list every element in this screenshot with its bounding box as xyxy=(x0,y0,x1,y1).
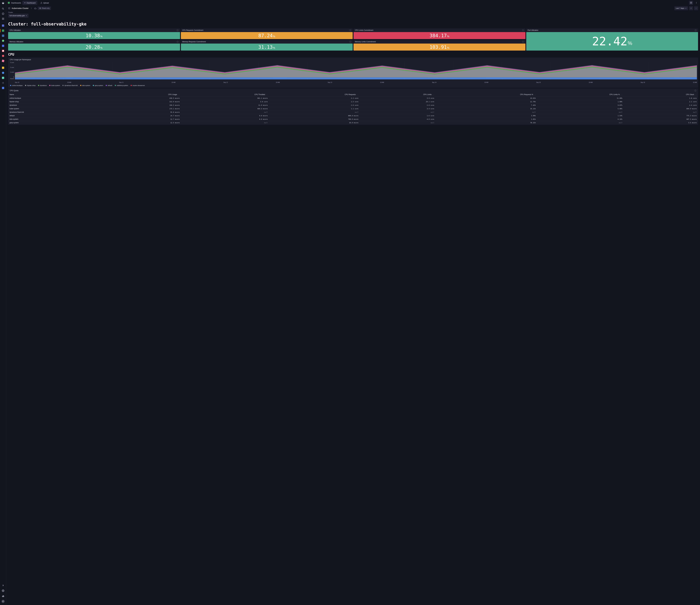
svg-rect-8 xyxy=(4,19,4,19)
new-dashboard-button[interactable]: Dashboard xyxy=(22,1,37,5)
stat-panel[interactable]: CPU Requests Commitment i 87.24% xyxy=(181,28,353,39)
legend-item[interactable]: online-boutique xyxy=(10,84,23,86)
nav-user[interactable]: F xyxy=(0,599,6,604)
info-icon[interactable]: i xyxy=(349,41,351,43)
table-header[interactable]: CPU Usage↓⌵ xyxy=(103,93,181,96)
info-icon[interactable]: i xyxy=(695,29,697,31)
column-filter-icon[interactable]: ⌵ xyxy=(535,94,536,95)
nav-item-6[interactable] xyxy=(0,48,6,53)
table-cell: 894.9 mcore xyxy=(624,107,698,111)
legend-item[interactable]: dynatrace-fluent-bit xyxy=(62,84,78,86)
table-cell: 1.81% xyxy=(435,118,537,121)
nav-expand[interactable] xyxy=(0,583,6,588)
upload-button[interactable]: Upload xyxy=(39,1,51,5)
legend-item[interactable]: default xyxy=(106,84,112,86)
legend-item[interactable]: istio-system xyxy=(80,84,90,86)
nav-stats[interactable] xyxy=(0,594,6,599)
table-header[interactable]: Name↓⌵ xyxy=(8,93,103,96)
table-cell: null xyxy=(624,111,698,114)
column-filter-icon[interactable]: ⌵ xyxy=(179,94,180,95)
nav-item-9[interactable] xyxy=(0,65,6,70)
stat-panel[interactable]: CPU Utilization i 10.38% xyxy=(8,28,180,39)
page-menu[interactable] xyxy=(30,6,33,10)
stat-panel[interactable]: Memory Limits Commitment i 103.91% xyxy=(353,40,525,51)
help-button[interactable] xyxy=(689,1,693,5)
sort-icon[interactable]: ↓ xyxy=(695,94,695,95)
table-header[interactable]: CPU Throttled↓⌵ xyxy=(181,93,269,96)
column-filter-icon[interactable]: ⌵ xyxy=(16,94,17,95)
legend-item[interactable]: gmp-system xyxy=(93,84,103,86)
stat-panel[interactable]: Memory Requests Commitment i 31.13% xyxy=(181,40,353,51)
table-row[interactable]: dynatrace-fluent-bit55.8 mcorenullnullnu… xyxy=(8,111,698,114)
table-cell: 664.3 mcore xyxy=(181,107,269,111)
table-row[interactable]: online-boutique430.5 mcore661.1 mcore2.2… xyxy=(8,96,698,100)
back-icon[interactable] xyxy=(8,7,10,9)
timerange-picker[interactable]: Last 7 days xyxy=(674,6,688,10)
nav-item-kubernetes[interactable] xyxy=(0,28,6,33)
legend-item[interactable]: trauter-slowserver xyxy=(131,84,145,86)
refresh-button[interactable] xyxy=(689,6,693,10)
table-cell: 1.8 core xyxy=(624,96,698,100)
column-filter-icon[interactable]: ⌵ xyxy=(622,94,622,95)
nav-apps[interactable] xyxy=(0,16,6,21)
table-row[interactable]: default24.7 mcore0.0 mcore800.0 mcore1.6… xyxy=(8,114,698,118)
table-row[interactable]: gmp-system12.5 mcorenull16.0 mcorenull78… xyxy=(8,121,698,124)
info-icon[interactable]: i xyxy=(694,90,696,92)
sort-icon[interactable]: ↓ xyxy=(534,94,534,95)
table-header[interactable]: CPU Slack↓⌵ xyxy=(624,93,698,96)
nav-compass[interactable] xyxy=(0,11,6,16)
sort-icon[interactable]: ↓ xyxy=(356,94,357,95)
nav-item-4[interactable] xyxy=(0,38,6,43)
stat-panel-pod[interactable]: Pod Utilization i 22.42% xyxy=(526,28,698,51)
table-row[interactable]: kube-system173.1 mcore664.3 mcore1.1 cor… xyxy=(8,107,698,111)
info-icon[interactable]: i xyxy=(522,29,524,31)
nav-item-5[interactable] xyxy=(0,43,6,48)
nav-item-11[interactable] xyxy=(0,75,6,80)
info-icon[interactable]: i xyxy=(177,41,179,43)
nav-item-8[interactable] xyxy=(0,58,6,64)
stat-panel[interactable]: CPU Limits Commitment i 384.17% xyxy=(353,28,525,39)
info-icon[interactable]: i xyxy=(349,29,351,31)
stat-panel[interactable]: Memory Utilization i 20.28% xyxy=(8,40,180,51)
legend-item[interactable]: hipster-shop xyxy=(25,84,35,86)
sort-icon[interactable]: ↓ xyxy=(177,94,178,95)
more-button[interactable] xyxy=(694,1,698,5)
column-filter-icon[interactable]: ⌵ xyxy=(433,94,434,95)
sort-icon[interactable]: ↓ xyxy=(432,94,433,95)
cloud-icon[interactable] xyxy=(34,7,36,9)
cluster-filter[interactable]: full-observability-gke xyxy=(8,14,28,18)
nav-item-12[interactable] xyxy=(0,80,6,86)
table-row[interactable]: istio-system12.7 mcore0.0 mcore700.0 mco… xyxy=(8,118,698,121)
nav-item-7[interactable]: ! xyxy=(0,53,6,58)
legend-item[interactable]: kube-system xyxy=(49,84,60,86)
legend-item[interactable]: rabbitmq-system xyxy=(115,84,128,86)
column-filter-icon[interactable]: ⌵ xyxy=(696,94,697,95)
table-header[interactable]: CPU Limits↓⌵ xyxy=(360,93,436,96)
legend-item[interactable]: dynatrace xyxy=(38,84,47,86)
nav-item-13[interactable] xyxy=(0,86,6,91)
table-row[interactable]: dynatrace194.5 mcore11.0 mcore2.6 core2.… xyxy=(8,103,698,107)
info-icon[interactable]: i xyxy=(522,41,524,43)
table-cell: 3.5 mcore xyxy=(624,121,698,124)
app-logo[interactable] xyxy=(0,0,6,6)
table-header[interactable]: CPU Requests %↓⌵ xyxy=(435,93,537,96)
nav-item-3[interactable] xyxy=(0,33,6,38)
table-row[interactable]: hipster-shop313.9 mcore3.9 core2.5 core2… xyxy=(8,100,698,103)
column-filter-icon[interactable]: ⌵ xyxy=(267,94,268,95)
column-filter-icon[interactable]: ⌵ xyxy=(357,94,358,95)
table-header[interactable]: CPU Requests↓⌵ xyxy=(269,93,360,96)
sort-icon[interactable]: ↓ xyxy=(620,94,621,95)
nav-search[interactable] xyxy=(0,6,6,11)
nav-item-1[interactable] xyxy=(0,23,6,28)
sort-icon[interactable]: ↓ xyxy=(15,94,15,95)
sort-icon[interactable]: ↓ xyxy=(266,94,266,95)
info-icon[interactable]: i xyxy=(177,29,179,31)
refresh-interval-button[interactable] xyxy=(694,6,698,10)
readonly-label: Read only xyxy=(42,7,50,9)
breadcrumb-dashboards[interactable]: Dashboards xyxy=(11,2,21,4)
nav-settings[interactable] xyxy=(0,588,6,593)
svg-point-19 xyxy=(696,3,697,3)
user-avatar[interactable]: F xyxy=(2,600,5,603)
table-header[interactable]: CPU Limits %↓⌵ xyxy=(537,93,624,96)
nav-item-10[interactable] xyxy=(0,70,6,75)
